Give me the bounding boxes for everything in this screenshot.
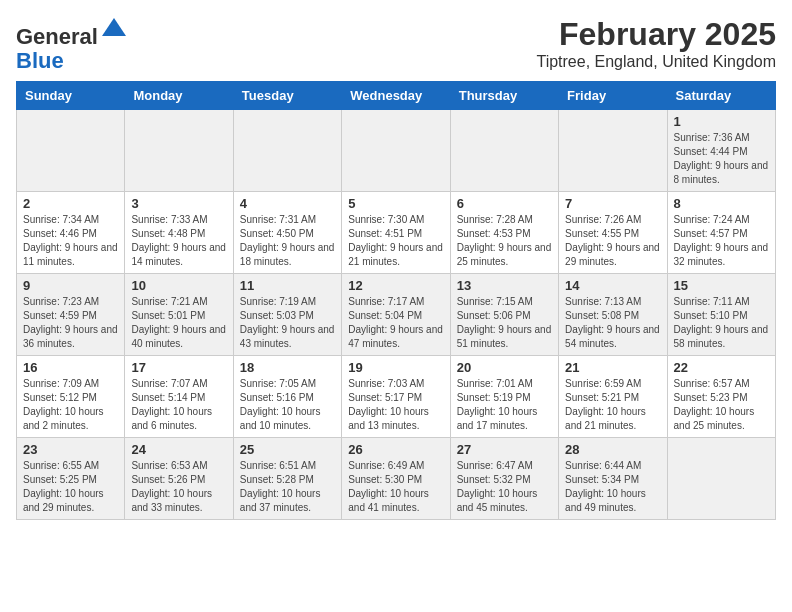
- day-info: Sunrise: 7:11 AM Sunset: 5:10 PM Dayligh…: [674, 295, 769, 351]
- calendar-cell: 18Sunrise: 7:05 AM Sunset: 5:16 PM Dayli…: [233, 356, 341, 438]
- day-info: Sunrise: 7:34 AM Sunset: 4:46 PM Dayligh…: [23, 213, 118, 269]
- day-info: Sunrise: 6:49 AM Sunset: 5:30 PM Dayligh…: [348, 459, 443, 515]
- day-number: 18: [240, 360, 335, 375]
- day-number: 7: [565, 196, 660, 211]
- weekday-header-row: SundayMondayTuesdayWednesdayThursdayFrid…: [17, 82, 776, 110]
- calendar-cell: 22Sunrise: 6:57 AM Sunset: 5:23 PM Dayli…: [667, 356, 775, 438]
- calendar-subtitle: Tiptree, England, United Kingdom: [536, 53, 776, 71]
- day-info: Sunrise: 7:19 AM Sunset: 5:03 PM Dayligh…: [240, 295, 335, 351]
- day-info: Sunrise: 7:23 AM Sunset: 4:59 PM Dayligh…: [23, 295, 118, 351]
- calendar-cell: 23Sunrise: 6:55 AM Sunset: 5:25 PM Dayli…: [17, 438, 125, 520]
- calendar-cell: 28Sunrise: 6:44 AM Sunset: 5:34 PM Dayli…: [559, 438, 667, 520]
- day-number: 26: [348, 442, 443, 457]
- day-number: 14: [565, 278, 660, 293]
- day-info: Sunrise: 7:30 AM Sunset: 4:51 PM Dayligh…: [348, 213, 443, 269]
- calendar-week-3: 16Sunrise: 7:09 AM Sunset: 5:12 PM Dayli…: [17, 356, 776, 438]
- logo: General Blue: [16, 16, 128, 73]
- calendar-cell: 13Sunrise: 7:15 AM Sunset: 5:06 PM Dayli…: [450, 274, 558, 356]
- day-number: 1: [674, 114, 769, 129]
- day-number: 21: [565, 360, 660, 375]
- calendar-table: SundayMondayTuesdayWednesdayThursdayFrid…: [16, 81, 776, 520]
- day-info: Sunrise: 7:33 AM Sunset: 4:48 PM Dayligh…: [131, 213, 226, 269]
- calendar-cell: 1Sunrise: 7:36 AM Sunset: 4:44 PM Daylig…: [667, 110, 775, 192]
- weekday-header-tuesday: Tuesday: [233, 82, 341, 110]
- logo-icon: [100, 16, 128, 44]
- day-info: Sunrise: 7:05 AM Sunset: 5:16 PM Dayligh…: [240, 377, 335, 433]
- day-number: 20: [457, 360, 552, 375]
- calendar-cell: [342, 110, 450, 192]
- calendar-cell: 5Sunrise: 7:30 AM Sunset: 4:51 PM Daylig…: [342, 192, 450, 274]
- calendar-cell: 6Sunrise: 7:28 AM Sunset: 4:53 PM Daylig…: [450, 192, 558, 274]
- day-number: 2: [23, 196, 118, 211]
- calendar-cell: 21Sunrise: 6:59 AM Sunset: 5:21 PM Dayli…: [559, 356, 667, 438]
- calendar-cell: 11Sunrise: 7:19 AM Sunset: 5:03 PM Dayli…: [233, 274, 341, 356]
- calendar-cell: [450, 110, 558, 192]
- calendar-cell: 10Sunrise: 7:21 AM Sunset: 5:01 PM Dayli…: [125, 274, 233, 356]
- weekday-header-saturday: Saturday: [667, 82, 775, 110]
- calendar-cell: [125, 110, 233, 192]
- calendar-cell: 4Sunrise: 7:31 AM Sunset: 4:50 PM Daylig…: [233, 192, 341, 274]
- day-number: 23: [23, 442, 118, 457]
- calendar-cell: 24Sunrise: 6:53 AM Sunset: 5:26 PM Dayli…: [125, 438, 233, 520]
- day-info: Sunrise: 6:53 AM Sunset: 5:26 PM Dayligh…: [131, 459, 226, 515]
- calendar-cell: 20Sunrise: 7:01 AM Sunset: 5:19 PM Dayli…: [450, 356, 558, 438]
- day-number: 11: [240, 278, 335, 293]
- day-info: Sunrise: 7:15 AM Sunset: 5:06 PM Dayligh…: [457, 295, 552, 351]
- calendar-cell: 9Sunrise: 7:23 AM Sunset: 4:59 PM Daylig…: [17, 274, 125, 356]
- calendar-cell: [233, 110, 341, 192]
- calendar-cell: [17, 110, 125, 192]
- calendar-cell: 15Sunrise: 7:11 AM Sunset: 5:10 PM Dayli…: [667, 274, 775, 356]
- day-number: 25: [240, 442, 335, 457]
- day-number: 15: [674, 278, 769, 293]
- day-number: 24: [131, 442, 226, 457]
- calendar-week-1: 2Sunrise: 7:34 AM Sunset: 4:46 PM Daylig…: [17, 192, 776, 274]
- day-info: Sunrise: 6:44 AM Sunset: 5:34 PM Dayligh…: [565, 459, 660, 515]
- calendar-cell: 25Sunrise: 6:51 AM Sunset: 5:28 PM Dayli…: [233, 438, 341, 520]
- day-info: Sunrise: 7:24 AM Sunset: 4:57 PM Dayligh…: [674, 213, 769, 269]
- day-info: Sunrise: 7:01 AM Sunset: 5:19 PM Dayligh…: [457, 377, 552, 433]
- calendar-cell: 17Sunrise: 7:07 AM Sunset: 5:14 PM Dayli…: [125, 356, 233, 438]
- calendar-cell: 2Sunrise: 7:34 AM Sunset: 4:46 PM Daylig…: [17, 192, 125, 274]
- day-info: Sunrise: 7:36 AM Sunset: 4:44 PM Dayligh…: [674, 131, 769, 187]
- day-number: 27: [457, 442, 552, 457]
- day-number: 28: [565, 442, 660, 457]
- weekday-header-wednesday: Wednesday: [342, 82, 450, 110]
- calendar-cell: 12Sunrise: 7:17 AM Sunset: 5:04 PM Dayli…: [342, 274, 450, 356]
- day-number: 8: [674, 196, 769, 211]
- day-info: Sunrise: 6:47 AM Sunset: 5:32 PM Dayligh…: [457, 459, 552, 515]
- day-info: Sunrise: 6:59 AM Sunset: 5:21 PM Dayligh…: [565, 377, 660, 433]
- day-number: 22: [674, 360, 769, 375]
- day-info: Sunrise: 7:03 AM Sunset: 5:17 PM Dayligh…: [348, 377, 443, 433]
- calendar-week-2: 9Sunrise: 7:23 AM Sunset: 4:59 PM Daylig…: [17, 274, 776, 356]
- day-number: 4: [240, 196, 335, 211]
- weekday-header-thursday: Thursday: [450, 82, 558, 110]
- logo-blue: Blue: [16, 48, 64, 73]
- calendar-cell: 16Sunrise: 7:09 AM Sunset: 5:12 PM Dayli…: [17, 356, 125, 438]
- calendar-title: February 2025: [536, 16, 776, 53]
- calendar-cell: 26Sunrise: 6:49 AM Sunset: 5:30 PM Dayli…: [342, 438, 450, 520]
- day-info: Sunrise: 7:09 AM Sunset: 5:12 PM Dayligh…: [23, 377, 118, 433]
- day-info: Sunrise: 7:31 AM Sunset: 4:50 PM Dayligh…: [240, 213, 335, 269]
- weekday-header-sunday: Sunday: [17, 82, 125, 110]
- day-info: Sunrise: 6:51 AM Sunset: 5:28 PM Dayligh…: [240, 459, 335, 515]
- weekday-header-monday: Monday: [125, 82, 233, 110]
- calendar-cell: 14Sunrise: 7:13 AM Sunset: 5:08 PM Dayli…: [559, 274, 667, 356]
- day-number: 5: [348, 196, 443, 211]
- calendar-cell: 3Sunrise: 7:33 AM Sunset: 4:48 PM Daylig…: [125, 192, 233, 274]
- page-header: General Blue February 2025 Tiptree, Engl…: [16, 16, 776, 73]
- calendar-cell: 7Sunrise: 7:26 AM Sunset: 4:55 PM Daylig…: [559, 192, 667, 274]
- day-info: Sunrise: 7:26 AM Sunset: 4:55 PM Dayligh…: [565, 213, 660, 269]
- day-info: Sunrise: 7:13 AM Sunset: 5:08 PM Dayligh…: [565, 295, 660, 351]
- logo-general: General: [16, 24, 98, 49]
- calendar-cell: [559, 110, 667, 192]
- day-number: 13: [457, 278, 552, 293]
- calendar-cell: [667, 438, 775, 520]
- day-info: Sunrise: 7:21 AM Sunset: 5:01 PM Dayligh…: [131, 295, 226, 351]
- day-info: Sunrise: 7:28 AM Sunset: 4:53 PM Dayligh…: [457, 213, 552, 269]
- day-number: 9: [23, 278, 118, 293]
- day-number: 6: [457, 196, 552, 211]
- svg-marker-0: [102, 18, 126, 36]
- day-info: Sunrise: 6:55 AM Sunset: 5:25 PM Dayligh…: [23, 459, 118, 515]
- day-number: 19: [348, 360, 443, 375]
- calendar-cell: 8Sunrise: 7:24 AM Sunset: 4:57 PM Daylig…: [667, 192, 775, 274]
